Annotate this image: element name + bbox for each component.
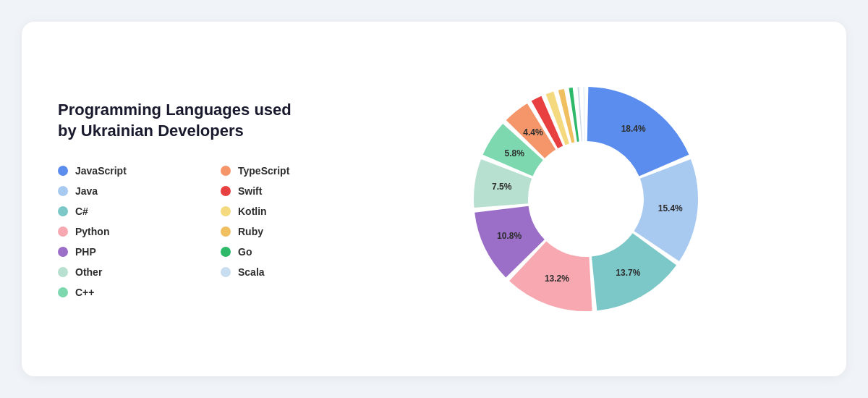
legend-item: Ruby [221, 226, 362, 237]
donut-chart: 18.4%15.4%13.7%13.2%10.8%7.5%5.8%4.4% [463, 76, 709, 322]
segment-label: 13.2% [545, 274, 569, 284]
legend: JavaScript TypeScript Java Swift C# Kotl… [58, 165, 362, 298]
legend-label: Python [75, 226, 109, 237]
donut-segment [584, 87, 585, 141]
legend-item: Java [58, 185, 199, 197]
segment-label: 10.8% [497, 231, 522, 241]
legend-dot [221, 247, 231, 257]
legend-dot [58, 267, 68, 277]
legend-label: Other [75, 266, 102, 278]
legend-dot [221, 226, 231, 237]
legend-dot [58, 166, 68, 176]
legend-dot [58, 247, 68, 257]
legend-label: TypeScript [238, 165, 289, 177]
legend-label: Kotlin [238, 206, 267, 217]
segment-label: 18.4% [621, 124, 646, 134]
legend-item: Go [221, 246, 362, 258]
legend-dot [221, 267, 231, 277]
legend-label: Java [75, 185, 98, 197]
legend-dot [221, 206, 231, 216]
legend-label: PHP [75, 246, 96, 258]
legend-label: Go [238, 246, 252, 258]
segment-label: 15.4% [658, 203, 683, 213]
legend-label: C# [75, 206, 88, 217]
legend-item: JavaScript [58, 165, 199, 177]
legend-item: Swift [221, 185, 362, 197]
right-panel: 18.4%15.4%13.7%13.2%10.8%7.5%5.8%4.4% [362, 76, 810, 322]
legend-item: Other [58, 266, 199, 278]
legend-dot [58, 206, 68, 216]
donut-segment [577, 87, 582, 141]
legend-label: Ruby [238, 226, 263, 237]
legend-item: Python [58, 226, 199, 237]
segment-label: 13.7% [616, 268, 640, 278]
legend-label: JavaScript [75, 165, 127, 177]
main-card: Programming Languages used by Ukrainian … [22, 22, 846, 376]
legend-item: C++ [58, 287, 199, 298]
chart-title: Programming Languages used by Ukrainian … [58, 100, 362, 141]
legend-item: PHP [58, 246, 199, 258]
legend-item: C# [58, 206, 199, 217]
segment-label: 7.5% [492, 182, 512, 192]
left-panel: Programming Languages used by Ukrainian … [58, 100, 362, 297]
legend-item: Kotlin [221, 206, 362, 217]
legend-item: Scala [221, 266, 362, 278]
legend-label: C++ [75, 287, 94, 298]
legend-dot [221, 186, 231, 196]
legend-label: Scala [238, 266, 265, 278]
segment-label: 4.4% [523, 127, 543, 137]
legend-dot [58, 226, 68, 237]
legend-label: Swift [238, 185, 262, 197]
legend-dot [221, 166, 231, 176]
legend-dot [58, 186, 68, 196]
segment-label: 5.8% [504, 148, 524, 158]
legend-item: TypeScript [221, 165, 362, 177]
legend-dot [58, 287, 68, 297]
